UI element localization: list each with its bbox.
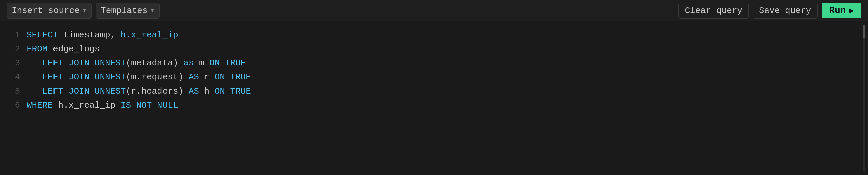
- code-text: [220, 56, 225, 70]
- code-text: edge_logs: [48, 42, 100, 56]
- code-text: m: [194, 56, 209, 70]
- play-icon: ▶: [849, 6, 854, 16]
- fn-unnest-2: UNNEST: [95, 70, 126, 84]
- scrollbar[interactable]: [863, 25, 865, 172]
- code-text: h.x_real_ip: [121, 28, 178, 42]
- keyword-left-join-3: LEFT JOIN: [27, 84, 95, 99]
- keyword-as-3: AS: [189, 84, 199, 99]
- code-text: (m.request): [126, 70, 188, 84]
- save-query-button[interactable]: Save query: [753, 3, 817, 19]
- line-number-2: 2: [10, 42, 20, 56]
- keyword-on-2: ON: [215, 70, 225, 84]
- code-text: r: [199, 70, 215, 84]
- toolbar-right: Clear query Save query Run ▶: [678, 3, 861, 19]
- line-number-3: 3: [10, 56, 20, 70]
- code-line-3: LEFT JOIN UNNEST(metadata) as m ON TRUE: [27, 56, 868, 70]
- insert-source-label: Insert source: [12, 6, 80, 16]
- code-text: (r.headers): [126, 84, 188, 99]
- editor-area: 1 2 3 4 5 6 SELECT timestamp, h.x_real_i…: [0, 22, 868, 175]
- run-button[interactable]: Run ▶: [822, 3, 861, 19]
- keyword-true-2: TRUE: [230, 70, 251, 84]
- keyword-as-1: as: [183, 56, 194, 70]
- code-text: h: [199, 84, 215, 99]
- code-line-6: WHERE h.x_real_ip IS NOT NULL: [27, 99, 868, 112]
- clear-query-button[interactable]: Clear query: [678, 3, 749, 19]
- code-line-5: LEFT JOIN UNNEST(r.headers) AS h ON TRUE: [27, 84, 868, 99]
- insert-source-button[interactable]: Insert source ▾: [7, 3, 92, 19]
- code-text: timestamp,: [58, 28, 121, 42]
- scrollbar-thumb: [863, 25, 865, 38]
- insert-source-chevron-icon: ▾: [82, 6, 87, 15]
- line-number-1: 1: [10, 28, 20, 42]
- code-text: [225, 70, 230, 84]
- code-text: [225, 84, 230, 99]
- keyword-on-3: ON: [215, 84, 225, 99]
- code-editor[interactable]: SELECT timestamp, h.x_real_ip FROM edge_…: [27, 28, 868, 168]
- keyword-on-1: ON: [209, 56, 220, 70]
- line-number-6: 6: [10, 99, 20, 112]
- code-line-1: SELECT timestamp, h.x_real_ip: [27, 28, 868, 42]
- keyword-true-3: TRUE: [230, 84, 251, 99]
- clear-query-label: Clear query: [685, 6, 742, 16]
- keyword-as-2: AS: [189, 70, 199, 84]
- code-text: h.x_real_ip: [53, 99, 121, 112]
- code-text: (metadata): [126, 56, 183, 70]
- fn-unnest-3: UNNEST: [95, 84, 126, 99]
- code-line-4: LEFT JOIN UNNEST(m.request) AS r ON TRUE: [27, 70, 868, 84]
- keyword-from: FROM: [27, 42, 48, 56]
- keyword-left-join-2: LEFT JOIN: [27, 70, 95, 84]
- templates-label: Templates: [101, 6, 148, 16]
- toolbar-left: Insert source ▾ Templates ▾: [7, 3, 160, 19]
- line-number-5: 5: [10, 84, 20, 99]
- save-query-label: Save query: [759, 6, 811, 16]
- keyword-select: SELECT: [27, 28, 58, 42]
- code-line-2: FROM edge_logs: [27, 42, 868, 56]
- fn-unnest-1: UNNEST: [95, 56, 126, 70]
- templates-button[interactable]: Templates ▾: [96, 3, 160, 19]
- line-numbers: 1 2 3 4 5 6: [0, 28, 27, 168]
- run-label: Run: [829, 5, 846, 16]
- keyword-true-1: TRUE: [225, 56, 246, 70]
- keyword-left-join-1: LEFT JOIN: [27, 56, 95, 70]
- keyword-where: WHERE: [27, 99, 53, 112]
- keyword-is-not-null: IS NOT NULL: [121, 99, 178, 112]
- toolbar: Insert source ▾ Templates ▾ Clear query …: [0, 0, 868, 22]
- line-number-4: 4: [10, 70, 20, 84]
- templates-chevron-icon: ▾: [151, 6, 155, 15]
